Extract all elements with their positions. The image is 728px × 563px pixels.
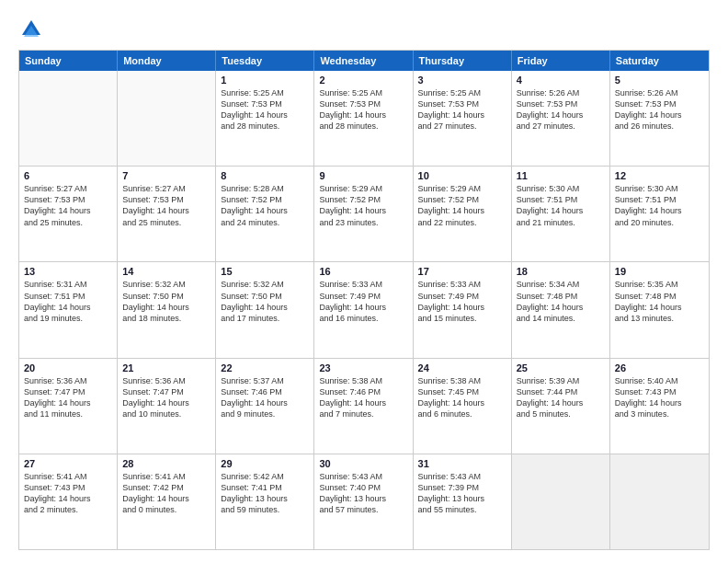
day-number: 11	[517, 170, 605, 181]
cell-line: Daylight: 14 hours	[418, 302, 506, 313]
cal-cell: 7Sunrise: 5:27 AMSunset: 7:53 PMDaylight…	[118, 167, 216, 261]
cal-cell: 1Sunrise: 5:25 AMSunset: 7:53 PMDaylight…	[216, 71, 314, 166]
cal-cell: 9Sunrise: 5:29 AMSunset: 7:52 PMDaylight…	[314, 167, 413, 261]
cell-line: and 20 minutes.	[615, 217, 704, 228]
cell-line: Daylight: 14 hours	[615, 109, 704, 121]
cal-cell: 14Sunrise: 5:32 AMSunset: 7:50 PMDayligh…	[118, 262, 216, 357]
calendar-header: SundayMondayTuesdayWednesdayThursdayFrid…	[19, 51, 709, 71]
cal-cell: 29Sunrise: 5:42 AMSunset: 7:41 PMDayligh…	[216, 454, 314, 549]
cell-line: and 28 minutes.	[221, 121, 309, 132]
cell-line: Sunrise: 5:36 AM	[122, 375, 210, 386]
cell-line: Sunset: 7:49 PM	[319, 291, 407, 302]
cell-line: Daylight: 14 hours	[24, 205, 112, 216]
cell-line: Daylight: 14 hours	[122, 397, 210, 408]
day-number: 9	[319, 170, 407, 181]
week-row-3: 13Sunrise: 5:31 AMSunset: 7:51 PMDayligh…	[19, 261, 709, 357]
day-number: 21	[122, 362, 210, 373]
cal-cell: 26Sunrise: 5:40 AMSunset: 7:43 PMDayligh…	[610, 359, 709, 454]
day-number: 10	[418, 170, 506, 181]
cell-line: and 18 minutes.	[122, 313, 210, 324]
cell-line: and 23 minutes.	[319, 217, 407, 228]
day-number: 3	[418, 75, 506, 86]
cell-line: Sunrise: 5:33 AM	[418, 279, 506, 290]
cell-line: Sunset: 7:53 PM	[319, 98, 407, 109]
cell-line: and 22 minutes.	[418, 217, 506, 228]
cell-line: Sunset: 7:39 PM	[418, 482, 506, 493]
cell-line: Sunrise: 5:38 AM	[319, 375, 407, 386]
cell-line: Sunset: 7:50 PM	[122, 291, 210, 302]
day-number: 1	[221, 75, 309, 86]
cell-line: Sunrise: 5:27 AM	[122, 183, 210, 194]
cell-line: Daylight: 14 hours	[517, 205, 605, 216]
cell-line: Sunrise: 5:33 AM	[319, 279, 407, 290]
cell-line: Sunset: 7:47 PM	[122, 386, 210, 397]
day-number: 7	[122, 170, 210, 181]
day-number: 17	[418, 266, 506, 277]
cell-line: Sunrise: 5:39 AM	[517, 375, 605, 386]
cell-line: Sunrise: 5:25 AM	[418, 87, 506, 98]
cell-line: Sunrise: 5:34 AM	[517, 279, 605, 290]
cal-cell: 15Sunrise: 5:32 AMSunset: 7:50 PMDayligh…	[216, 262, 314, 357]
cell-line: Sunrise: 5:25 AM	[319, 87, 407, 98]
day-number: 31	[418, 458, 506, 469]
cell-line: Sunset: 7:48 PM	[615, 291, 704, 302]
cell-line: and 9 minutes.	[221, 408, 309, 419]
cell-line: Sunrise: 5:41 AM	[122, 471, 210, 482]
cell-line: Sunset: 7:53 PM	[517, 98, 605, 109]
cell-line: Daylight: 14 hours	[615, 302, 704, 313]
cal-cell: 20Sunrise: 5:36 AMSunset: 7:47 PMDayligh…	[19, 359, 118, 454]
cell-line: Sunset: 7:40 PM	[319, 482, 407, 493]
week-row-5: 27Sunrise: 5:41 AMSunset: 7:43 PMDayligh…	[19, 454, 709, 549]
cal-cell: 22Sunrise: 5:37 AMSunset: 7:46 PMDayligh…	[216, 359, 314, 454]
cell-line: Sunrise: 5:41 AM	[24, 471, 112, 482]
cal-cell: 2Sunrise: 5:25 AMSunset: 7:53 PMDaylight…	[314, 71, 413, 166]
cal-cell: 23Sunrise: 5:38 AMSunset: 7:46 PMDayligh…	[314, 359, 413, 454]
cell-line: Daylight: 14 hours	[24, 302, 112, 313]
day-number: 16	[319, 266, 407, 277]
cell-line: and 7 minutes.	[319, 408, 407, 419]
cell-line: Sunrise: 5:29 AM	[418, 183, 506, 194]
cell-line: Sunrise: 5:42 AM	[221, 471, 309, 482]
page: SundayMondayTuesdayWednesdayThursdayFrid…	[0, 0, 728, 563]
cell-line: Daylight: 14 hours	[122, 302, 210, 313]
cal-cell: 24Sunrise: 5:38 AMSunset: 7:45 PMDayligh…	[414, 359, 512, 454]
cell-line: and 2 minutes.	[24, 504, 112, 515]
week-row-4: 20Sunrise: 5:36 AMSunset: 7:47 PMDayligh…	[19, 358, 709, 454]
cell-line: Sunrise: 5:25 AM	[221, 87, 309, 98]
header-day-friday: Friday	[512, 51, 610, 71]
cell-line: and 16 minutes.	[319, 313, 407, 324]
cell-line: and 0 minutes.	[122, 504, 210, 515]
cal-cell: 5Sunrise: 5:26 AMSunset: 7:53 PMDaylight…	[610, 71, 709, 166]
calendar: SundayMondayTuesdayWednesdayThursdayFrid…	[18, 50, 710, 550]
cal-cell: 6Sunrise: 5:27 AMSunset: 7:53 PMDaylight…	[19, 167, 118, 261]
day-number: 22	[221, 362, 309, 373]
cal-cell	[118, 71, 216, 166]
day-number: 12	[615, 170, 704, 181]
cell-line: Daylight: 14 hours	[517, 397, 605, 408]
cell-line: Sunset: 7:45 PM	[418, 386, 506, 397]
cell-line: Daylight: 14 hours	[221, 109, 309, 121]
cal-cell	[19, 71, 118, 166]
cell-line: Sunset: 7:51 PM	[615, 194, 704, 205]
cell-line: and 28 minutes.	[319, 121, 407, 132]
cal-cell: 21Sunrise: 5:36 AMSunset: 7:47 PMDayligh…	[118, 359, 216, 454]
cal-cell: 16Sunrise: 5:33 AMSunset: 7:49 PMDayligh…	[314, 262, 413, 357]
cell-line: and 25 minutes.	[24, 217, 112, 228]
cell-line: Sunrise: 5:30 AM	[517, 183, 605, 194]
header-day-thursday: Thursday	[414, 51, 512, 71]
day-number: 13	[24, 266, 112, 277]
cell-line: Daylight: 14 hours	[319, 397, 407, 408]
day-number: 8	[221, 170, 309, 181]
cell-line: Sunset: 7:43 PM	[24, 482, 112, 493]
day-number: 4	[517, 75, 605, 86]
cell-line: Daylight: 14 hours	[418, 397, 506, 408]
day-number: 20	[24, 362, 112, 373]
day-number: 19	[615, 266, 704, 277]
cell-line: Sunrise: 5:35 AM	[615, 279, 704, 290]
day-number: 18	[517, 266, 605, 277]
cell-line: and 5 minutes.	[517, 408, 605, 419]
cal-cell: 27Sunrise: 5:41 AMSunset: 7:43 PMDayligh…	[19, 454, 118, 549]
cell-line: and 21 minutes.	[517, 217, 605, 228]
cell-line: and 10 minutes.	[122, 408, 210, 419]
cell-line: Sunset: 7:52 PM	[221, 194, 309, 205]
